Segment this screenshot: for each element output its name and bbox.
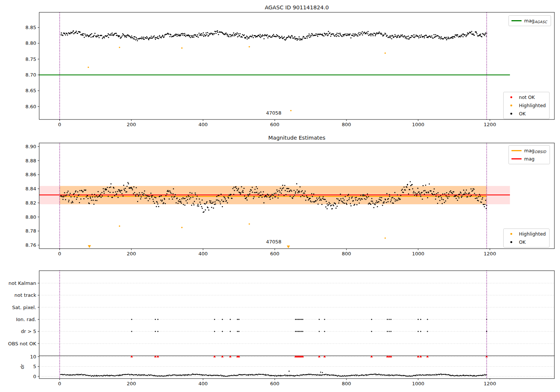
axes-frame [39, 271, 554, 379]
y-tick-label: 8.82 [25, 200, 36, 206]
ok-points [60, 30, 487, 41]
black-dot-swatch-icon [510, 113, 512, 115]
y-axis: 8.768.788.808.828.848.868.888.90 [25, 144, 39, 248]
orange-dot-swatch-icon [510, 233, 512, 235]
x-tick-label: 600 [270, 251, 280, 256]
x-tick-label: 400 [198, 251, 208, 256]
legend-item: OK [506, 239, 546, 246]
x-tick-label: 1000 [412, 251, 424, 256]
y-tick-label: not track [14, 292, 36, 298]
red-line-swatch-icon [511, 158, 522, 159]
y-tick-label: Ion. rad. [16, 317, 36, 322]
mag-lines-legend: magOBSIDmag [508, 145, 550, 164]
y-tick-label: 8.78 [25, 228, 36, 234]
legend-item: not OK [506, 94, 546, 101]
y-tick-label: 8.80 [25, 214, 36, 220]
orange-dot-swatch-icon [510, 105, 512, 106]
legend-label: mag [524, 156, 535, 162]
legend-label: magOBSID [524, 148, 546, 154]
top-panel-title: AGASC ID 901141824.0 [265, 4, 329, 10]
y-tick-label: OBS not OK [8, 341, 37, 346]
y-axis: 8.608.658.708.758.808.85 [25, 25, 39, 109]
highlighted-points [88, 46, 386, 111]
y-tick-label: 8.85 [25, 25, 36, 30]
x-tick-label: 600 [270, 122, 280, 127]
y-tick-label: dr > 5 [21, 329, 36, 334]
legend-item: magAGASC [511, 17, 547, 24]
orange-dot-swatch-icon [506, 105, 516, 106]
y-tick-label: 8.70 [25, 72, 36, 78]
orange-line-swatch-icon [511, 150, 522, 151]
x-tick-label: 800 [342, 251, 351, 256]
legend-item: mag [511, 155, 546, 162]
charts-svg: 470580200400600800100012008.608.658.708.… [0, 0, 560, 392]
green-line-swatch-icon [511, 20, 522, 21]
black-dot-swatch-icon [506, 241, 516, 243]
legend-item: Highlighted [506, 230, 546, 237]
y-tick-label: 10 [30, 354, 36, 360]
orange-line-swatch-icon [511, 150, 522, 151]
obsid-annotation: 47058 [266, 110, 281, 116]
y-tick-label: Sat. pixel. [12, 305, 36, 310]
x-tick-label: 600 [270, 381, 280, 386]
legend-label: Highlighted [519, 103, 546, 108]
red-dot-swatch-icon [510, 96, 512, 98]
x-tick-label: 0 [58, 251, 61, 256]
obsid-annotation: 47058 [266, 239, 281, 245]
legend-label-subscript: OBSID [535, 150, 546, 154]
highlighted-points [119, 223, 386, 239]
x-tick-label: 0 [58, 122, 61, 127]
y-tick-label: not Kalman [9, 280, 36, 286]
y-tick-label: 8.76 [25, 242, 36, 248]
y-tick-label: 8.86 [25, 172, 36, 177]
legend-item: OK [506, 110, 546, 117]
marker-legend: HighlightedOK [503, 228, 550, 248]
legend-label: magAGASC [524, 18, 547, 24]
x-axis: 020040060080010001200 [58, 119, 496, 127]
legend-item: Highlighted [506, 102, 546, 109]
highlighted-clipped-points [88, 245, 290, 248]
red-dot-swatch-icon [506, 96, 516, 98]
panel-agasc-mag: 470580200400600800100012008.608.658.708.… [25, 12, 554, 127]
y-tick-label: 8.80 [25, 40, 36, 46]
x-tick-label: 200 [127, 251, 136, 256]
x-axis: 020040060080010001200 [58, 379, 496, 386]
black-dot-swatch-icon [506, 113, 516, 115]
y-tick-label: 8.65 [25, 88, 36, 93]
x-tick-label: 1200 [484, 122, 496, 127]
x-tick-label: 800 [342, 381, 351, 386]
legend-label-subscript: AGASC [535, 20, 547, 24]
orange-dot-swatch-icon [506, 233, 516, 235]
legend-label: not OK [519, 94, 535, 100]
dr-outlier-points [289, 371, 323, 373]
panel-magnitude-estimates: 470580200400600800100012008.768.788.808.… [25, 143, 554, 256]
y-tick-label: 8.84 [25, 186, 36, 192]
black-dot-swatch-icon [510, 241, 512, 243]
y-tick-label: 8.88 [25, 158, 36, 164]
figure: 470580200400600800100012008.608.658.708.… [0, 0, 560, 392]
y-axis-label: dr [19, 364, 25, 369]
x-tick-label: 400 [198, 381, 208, 386]
middle-panel-title: Magnitude Estimates [268, 135, 325, 141]
legend-label: OK [519, 111, 526, 116]
x-tick-label: 200 [127, 122, 136, 127]
y-tick-label: 0 [33, 374, 36, 379]
x-tick-label: 0 [58, 381, 61, 386]
x-tick-label: 1000 [412, 381, 424, 386]
x-tick-label: 1200 [484, 381, 496, 386]
y-tick-label: 8.75 [25, 56, 36, 62]
x-axis: 020040060080010001200 [58, 249, 496, 256]
y-tick-label: 8.60 [25, 104, 36, 109]
y-tick-label: 8.90 [25, 144, 36, 149]
green-line-swatch-icon [511, 20, 522, 21]
x-tick-label: 200 [127, 381, 136, 386]
x-tick-label: 1000 [412, 122, 424, 127]
mag-agasc-legend: magAGASC [508, 15, 551, 26]
red-line-swatch-icon [511, 158, 522, 159]
x-tick-label: 800 [342, 122, 351, 127]
legend-label: Highlighted [519, 231, 546, 237]
marker-legend: not OKHighlightedOK [503, 92, 550, 119]
x-tick-label: 400 [198, 122, 208, 127]
x-tick-label: 1200 [484, 251, 496, 256]
panel-flags-dr: 020040060080010001200not Kalmannot track… [8, 271, 555, 386]
